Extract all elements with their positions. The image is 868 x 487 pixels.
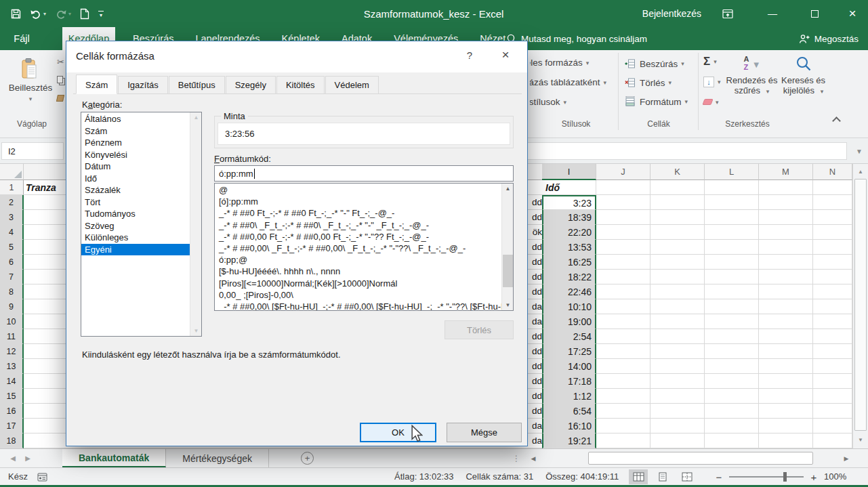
column-header[interactable]: N <box>813 164 852 180</box>
dialog-tab-kitoltes[interactable]: Kitöltés <box>276 76 325 94</box>
cell-i[interactable]: 17:18 <box>542 374 596 389</box>
cell-j[interactable] <box>596 195 650 210</box>
paste-button[interactable]: Beillesztés ▾ <box>7 54 54 117</box>
cell-n[interactable] <box>813 210 852 225</box>
cell-j[interactable] <box>596 344 650 359</box>
cell-n[interactable] <box>813 270 852 284</box>
row-header[interactable]: 4 <box>0 225 24 240</box>
cell-a[interactable] <box>24 284 66 299</box>
column-header[interactable]: L <box>705 164 759 180</box>
scroll-down-icon[interactable]: ▼ <box>190 328 202 334</box>
cell-l[interactable] <box>705 299 759 314</box>
category-item[interactable]: Tört <box>81 196 190 209</box>
cell-m[interactable] <box>759 374 813 389</box>
cell-l[interactable] <box>705 270 759 284</box>
select-all-corner[interactable] <box>0 164 24 180</box>
cell-l[interactable] <box>705 374 759 389</box>
format-code-item[interactable]: _-* # ##0,00\ _F_t_-;-* # ##0,00\ _F_t_-… <box>215 242 502 254</box>
format-code-input[interactable]: ó:pp:mm <box>214 165 514 182</box>
cell-j[interactable] <box>596 284 650 299</box>
cell-m[interactable] <box>759 284 813 299</box>
cell-h-fragment[interactable]: dd <box>530 195 542 210</box>
customize-qat-button[interactable]: ▾ <box>98 11 104 17</box>
zoom-out-button[interactable]: − <box>713 471 725 483</box>
cell-j[interactable] <box>596 404 650 419</box>
undo-dropdown-icon[interactable]: ▾ <box>43 11 46 17</box>
dialog-tab-vedelem[interactable]: Védelem <box>325 76 379 94</box>
cell-i[interactable]: 19:00 <box>542 314 596 329</box>
cell-j[interactable] <box>596 314 650 329</box>
cell-h-fragment[interactable]: dd <box>530 255 542 270</box>
cell-a[interactable] <box>24 374 66 389</box>
cell-l[interactable] <box>705 404 759 419</box>
row-header[interactable]: 12 <box>0 344 24 359</box>
sign-in-button[interactable]: Bejelentkezés <box>642 0 701 27</box>
cell-n[interactable] <box>813 255 852 270</box>
normal-view-button[interactable] <box>629 469 648 484</box>
row-header[interactable]: 6 <box>0 255 24 270</box>
cell-k[interactable] <box>650 374 705 389</box>
cell-l[interactable] <box>705 419 759 433</box>
cell-m[interactable] <box>759 195 813 210</box>
cell-n[interactable] <box>813 314 852 329</box>
cell-h-fragment[interactable]: dd <box>530 404 542 419</box>
cell-h-fragment[interactable] <box>530 180 542 195</box>
cell-h-fragment[interactable]: dd <box>530 240 542 255</box>
zoom-in-button[interactable]: + <box>808 471 820 483</box>
cell-styles-button[interactable]: Cellastílusok▾ <box>530 92 617 112</box>
format-code-item[interactable]: _-* # ##0,00\ [$Ft-hu-HU]_-;-* # ##0,00\… <box>215 301 502 311</box>
ok-button[interactable]: OK <box>360 423 436 442</box>
redo-dropdown-icon[interactable]: ▾ <box>68 11 71 17</box>
cell-j[interactable] <box>596 374 650 389</box>
category-item[interactable]: Százalék <box>81 184 190 196</box>
cell-k[interactable] <box>650 284 705 299</box>
vertical-scrollbar[interactable]: ▲ ▼ <box>852 164 868 448</box>
row-header[interactable]: 11 <box>0 329 24 344</box>
zoom-level[interactable]: 100% <box>824 471 846 482</box>
close-window-button[interactable]: × <box>842 0 863 27</box>
tell-me-search[interactable]: Mutasd meg, hogyan csináljam <box>507 27 647 50</box>
scroll-down-icon[interactable]: ▼ <box>853 433 868 446</box>
format-code-item[interactable]: [Piros][<=10000]Normál;[Kék][>10000]Norm… <box>215 278 502 289</box>
category-item[interactable]: Általános <box>81 113 190 125</box>
cell-m[interactable] <box>759 240 813 255</box>
cell-m[interactable] <box>759 314 813 329</box>
autosum-button[interactable]: Σ▾ <box>703 53 721 70</box>
cell-h-fragment[interactable]: dd <box>530 374 542 389</box>
cell-n[interactable] <box>813 374 852 389</box>
format-as-table-button[interactable]: Formázás táblázatként▾ <box>530 72 617 92</box>
cell-k[interactable] <box>650 255 705 270</box>
format-code-item[interactable]: [$-hu-HU]éééé\. hhhh n\., nnnn <box>215 266 502 277</box>
cell-m[interactable] <box>759 299 813 314</box>
cell-k[interactable] <box>650 299 705 314</box>
cell-h-fragment[interactable]: da <box>530 299 542 314</box>
category-item[interactable]: Szöveg <box>81 220 190 232</box>
cell-i[interactable]: 3:23 <box>542 195 596 210</box>
cell-h-fragment[interactable]: dd <box>530 270 542 284</box>
scroll-up-icon[interactable]: ▲ <box>853 165 868 177</box>
row-header[interactable]: 13 <box>0 359 24 374</box>
redo-button[interactable]: ▾ <box>55 9 71 19</box>
cell-l[interactable] <box>705 389 759 404</box>
formula-bar-expand-icon[interactable]: ▼ <box>856 142 863 160</box>
cell-i[interactable]: 10:10 <box>542 299 596 314</box>
cell-j[interactable] <box>596 329 650 344</box>
cell-i[interactable]: 6:54 <box>542 404 596 419</box>
cell-m[interactable] <box>759 210 813 225</box>
format-list-scrollbar[interactable]: ▲ ▼ <box>501 184 513 310</box>
cell-h-fragment[interactable]: dd <box>530 344 542 359</box>
format-code-item[interactable]: _-* # ##0,00 Ft_-;-* # ##0,00 Ft_-;_-* "… <box>215 231 502 242</box>
category-item[interactable]: Könyvelési <box>81 149 190 161</box>
cell-m[interactable] <box>759 389 813 404</box>
cell-a[interactable] <box>24 314 66 329</box>
cell-l[interactable] <box>705 344 759 359</box>
format-code-item[interactable]: _-* # ##0\ _F_t_-;-* # ##0\ _F_t_-;_-* "… <box>215 219 502 231</box>
format-painter-button[interactable] <box>57 92 64 104</box>
cell-j[interactable] <box>596 433 650 448</box>
cancel-button[interactable]: Mégse <box>447 423 522 442</box>
cell-m[interactable] <box>759 255 813 270</box>
cell-l[interactable] <box>705 314 759 329</box>
format-code-item[interactable]: @ <box>215 184 502 196</box>
cell-i[interactable]: 1:12 <box>542 389 596 404</box>
cell-a[interactable] <box>24 270 66 284</box>
